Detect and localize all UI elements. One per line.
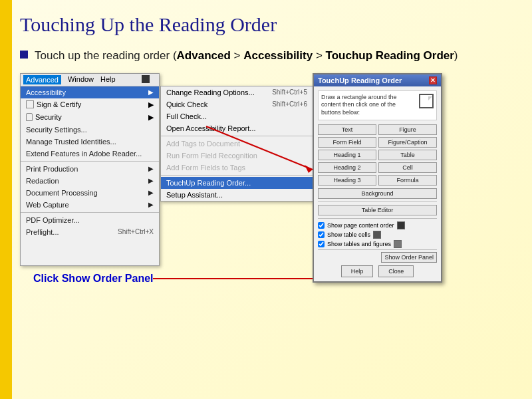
close-btn[interactable] <box>142 75 150 83</box>
formula-button[interactable]: Formula <box>378 175 437 186</box>
footer-buttons: Help Close <box>318 265 437 277</box>
show-tables-figures-label: Show tables and figures <box>327 241 391 247</box>
advanced-menu: Advanced Window Help Accessibility ▶ Sig… <box>20 73 160 266</box>
yellow-bar <box>0 0 12 399</box>
show-page-content-row: Show page content order <box>318 221 437 229</box>
separator <box>318 218 437 219</box>
menu-item-preflight[interactable]: Preflight... Shift+Ctrl+X <box>21 226 159 238</box>
window-menu-header[interactable]: Window <box>68 75 94 84</box>
separator <box>318 201 437 202</box>
menu-item-redaction[interactable]: Redaction ▶ <box>21 175 159 187</box>
click-label: Click Show Order Panel <box>33 273 154 285</box>
show-tables-figures-row: Show tables and figures <box>318 240 437 248</box>
submenu-add-form-fields: Add Form Fields to Tags <box>161 162 313 174</box>
heading2-button[interactable]: Heading 2 <box>318 162 376 173</box>
arrow-icon: ▶ <box>148 201 154 208</box>
close-dialog-button[interactable]: Close <box>378 265 414 277</box>
sign-icon <box>26 100 34 108</box>
submenu-separator <box>161 175 313 176</box>
show-page-content-label: Show page content order <box>327 222 394 229</box>
text-button[interactable]: Text <box>318 124 376 135</box>
arrow-icon: ▶ <box>148 165 154 172</box>
page-title: Touching Up the Reading Order <box>20 13 525 36</box>
screenshot-area: Advanced Window Help Accessibility ▶ Sig… <box>20 73 525 266</box>
menu-item-security-settings[interactable]: Security Settings... <box>21 124 159 136</box>
separator <box>21 212 159 213</box>
submenu-open-report[interactable]: Open Accessibility Report... <box>161 122 313 134</box>
show-table-cells-checkbox[interactable] <box>318 231 325 238</box>
advanced-menu-header[interactable]: Advanced <box>23 75 61 84</box>
heading3-button[interactable]: Heading 3 <box>318 175 376 186</box>
table-editor-button[interactable]: Table Editor <box>318 205 437 215</box>
show-order-panel-button[interactable]: Show Order Panel <box>381 252 437 263</box>
button-grid: Text Figure Form Field Figure/Caption He… <box>318 124 437 186</box>
submenu-change-reading[interactable]: Change Reading Options... Shift+Ctrl+5 <box>161 86 313 98</box>
heading1-button[interactable]: Heading 1 <box>318 150 376 160</box>
menu-item-document-processing[interactable]: Document Processing ▶ <box>21 187 159 199</box>
page-icon <box>419 94 434 108</box>
tables-figures-swatch <box>394 240 402 248</box>
lock-icon <box>26 113 33 121</box>
click-instruction-area: Click Show Order Panel <box>20 271 525 305</box>
menu-item-extend-features[interactable]: Extend Features in Adobe Reader... <box>21 148 159 160</box>
bullet-item: Touch up the reading order (Advanced > A… <box>20 48 525 64</box>
dialog-body: Draw a rectangle around the content then… <box>314 86 441 281</box>
table-button[interactable]: Table <box>378 150 437 160</box>
close-button[interactable]: ✕ <box>429 76 437 84</box>
submenu-add-tags: Add Tags to Document <box>161 138 313 150</box>
menu-item-print-production[interactable]: Print Production ▶ <box>21 163 159 175</box>
show-table-cells-label: Show table cells <box>327 231 370 238</box>
submenu-separator <box>161 136 313 136</box>
menu-item-security[interactable]: Security ▶ <box>21 111 159 124</box>
submenu-quick-check[interactable]: Quick Check Shift+Ctrl+6 <box>161 98 313 110</box>
show-page-content-checkbox[interactable] <box>318 222 325 229</box>
menu-bar[interactable]: Advanced Window Help <box>21 74 159 86</box>
desc-text: Draw a rectangle around the content then… <box>321 94 416 117</box>
show-tables-figures-checkbox[interactable] <box>318 241 325 247</box>
help-button[interactable]: Help <box>341 265 374 277</box>
cell-button[interactable]: Cell <box>378 162 437 173</box>
accessibility-submenu: Change Reading Options... Shift+Ctrl+5 Q… <box>160 86 313 201</box>
bullet-text: Touch up the reading order (Advanced > A… <box>35 48 458 64</box>
figure-button[interactable]: Figure <box>378 124 437 135</box>
dialog-title: TouchUp Reading Order <box>318 76 402 84</box>
help-menu-header[interactable]: Help <box>100 75 116 84</box>
menu-item-web-capture[interactable]: Web Capture ▶ <box>21 199 159 211</box>
arrow-icon: ▶ <box>148 189 154 196</box>
menu-item-sign-certify[interactable]: Sign & Certify ▶ <box>21 98 159 111</box>
submenu-full-check[interactable]: Full Check... <box>161 110 313 122</box>
show-order-row: Show Order Panel <box>318 249 437 263</box>
arrow-icon: ▶ <box>148 88 154 96</box>
separator <box>21 161 159 162</box>
arrow-icon: ▶ <box>148 177 154 184</box>
touchup-dialog: TouchUp Reading Order ✕ Draw a rectangle… <box>313 73 442 283</box>
menu-item-accessibility[interactable]: Accessibility ▶ <box>21 86 159 98</box>
main-content: Touching Up the Reading Order Touch up t… <box>20 13 525 305</box>
figure-caption-button[interactable]: Figure/Caption <box>378 137 437 148</box>
bullet-square <box>20 51 28 59</box>
dialog-titlebar: TouchUp Reading Order ✕ <box>314 74 441 86</box>
table-cells-swatch <box>373 231 381 239</box>
background-button[interactable]: Background <box>318 188 437 199</box>
menu-item-pdf-optimizer[interactable]: PDF Optimizer... <box>21 214 159 226</box>
arrow-icon: ▶ <box>148 113 154 122</box>
submenu-run-form: Run Form Field Recognition <box>161 150 313 162</box>
arrow-icon: ▶ <box>148 100 154 109</box>
submenu-setup-assistant[interactable]: Setup Assistant... <box>161 189 313 201</box>
form-field-button[interactable]: Form Field <box>318 137 376 148</box>
show-table-cells-row: Show table cells <box>318 231 437 239</box>
page-content-swatch <box>397 221 405 229</box>
submenu-touchup-reading-order[interactable]: TouchUp Reading Order... <box>161 177 313 189</box>
click-arrow-line <box>153 278 319 279</box>
menu-item-trusted-identities[interactable]: Manage Trusted Identities... <box>21 136 159 148</box>
dialog-description: Draw a rectangle around the content then… <box>318 90 437 120</box>
